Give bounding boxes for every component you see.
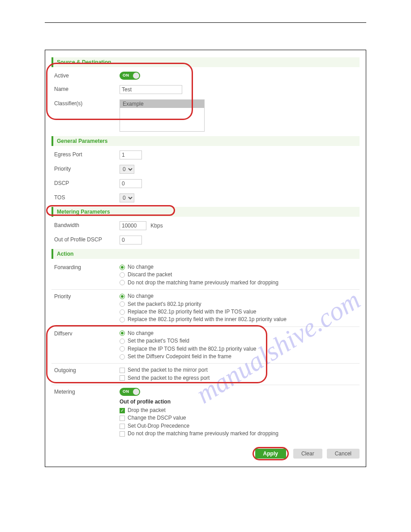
priority-select[interactable]: 0 bbox=[120, 165, 134, 174]
diffserv-opt4: Set the Diffserv Codepoint field in the … bbox=[128, 353, 231, 360]
dscp-label: DSCP bbox=[54, 179, 117, 186]
page-top-rule bbox=[45, 22, 366, 23]
cancel-button[interactable]: Cancel bbox=[327, 449, 360, 459]
diffserv-opt3: Replace the IP TOS field with the 802.1p… bbox=[128, 345, 257, 353]
metering-toggle[interactable]: ON bbox=[120, 388, 140, 396]
out-of-profile-action-title: Out of profile action bbox=[120, 399, 357, 405]
metering-label: Metering bbox=[54, 388, 117, 395]
oop-change-dscp-checkbox[interactable] bbox=[120, 416, 125, 421]
oop-c1: Drop the packet bbox=[128, 407, 166, 414]
section-source-destination: Source & Destination bbox=[51, 57, 360, 67]
oop-c3: Set Out-Drop Precedence bbox=[128, 422, 189, 430]
outgoing-opt2: Send the packet to the egress port bbox=[128, 374, 210, 382]
section-metering-parameters: Metering Parameters bbox=[51, 207, 360, 217]
oop-donotdrop-checkbox[interactable] bbox=[120, 431, 125, 437]
forwarding-no-change-radio[interactable] bbox=[120, 265, 125, 270]
apply-button[interactable]: Apply bbox=[255, 449, 286, 459]
oop-c2: Change the DSCP value bbox=[128, 414, 186, 422]
classifiers-label: Classifier(s) bbox=[54, 99, 117, 107]
priority-replace-iptos-radio[interactable] bbox=[120, 309, 125, 315]
diffserv-opt2: Set the packet's TOS field bbox=[128, 337, 189, 345]
oop-drop-checkbox[interactable]: ✓ bbox=[120, 408, 125, 413]
tos-label: TOS bbox=[54, 193, 117, 201]
active-toggle[interactable]: ON bbox=[120, 72, 140, 80]
oop-outdrop-checkbox[interactable] bbox=[120, 424, 125, 429]
classifier-option[interactable]: Example bbox=[120, 100, 204, 108]
config-screenshot-frame: manualshive.com Source & Destination Act… bbox=[45, 50, 366, 467]
dscp-input[interactable] bbox=[120, 179, 142, 188]
priority-set-8021p-radio[interactable] bbox=[120, 301, 125, 307]
classifiers-listbox[interactable]: Example bbox=[120, 99, 205, 132]
button-row: Apply Clear Cancel bbox=[51, 447, 360, 460]
outgoing-label: Outgoing bbox=[54, 366, 117, 373]
clear-button[interactable]: Clear bbox=[293, 449, 322, 459]
forwarding-discard-radio[interactable] bbox=[120, 272, 125, 278]
out-of-profile-dscp-label: Out of Profile DSCP bbox=[54, 236, 117, 243]
active-label: Active bbox=[54, 72, 117, 79]
name-input[interactable] bbox=[120, 85, 182, 94]
outgoing-egress-checkbox[interactable] bbox=[120, 375, 125, 381]
priority-opt2: Set the packet's 802.1p priority bbox=[128, 300, 201, 308]
priority-replace-inner-radio[interactable] bbox=[120, 317, 125, 322]
forwarding-opt1: No change bbox=[128, 263, 154, 271]
outgoing-mirror-checkbox[interactable] bbox=[120, 368, 125, 373]
forwarding-donotdrop-radio[interactable] bbox=[120, 280, 125, 285]
action-priority-label: Priority bbox=[54, 292, 117, 300]
outgoing-opt1: Send the packet to the mirror port bbox=[128, 366, 208, 374]
diffserv-set-codepoint-radio[interactable] bbox=[120, 354, 125, 360]
forwarding-opt2: Discard the packet bbox=[128, 271, 172, 279]
section-general-parameters: General Parameters bbox=[51, 136, 360, 146]
out-of-profile-dscp-input[interactable] bbox=[120, 236, 142, 245]
diffserv-no-change-radio[interactable] bbox=[120, 330, 125, 336]
bandwidth-unit: Kbps bbox=[150, 223, 163, 229]
section-action: Action bbox=[51, 249, 360, 259]
priority-opt4: Replace the 802.1p priority field with t… bbox=[128, 316, 287, 323]
diffserv-set-tos-radio[interactable] bbox=[120, 339, 125, 344]
name-label: Name bbox=[54, 85, 117, 92]
priority-opt3: Replace the 802.1p priority field with t… bbox=[128, 308, 257, 316]
egress-port-input[interactable] bbox=[120, 150, 142, 159]
diffserv-label: Diffserv bbox=[54, 330, 117, 337]
priority-opt1: No change bbox=[128, 292, 154, 300]
apply-callout-ring: Apply bbox=[253, 447, 289, 460]
diffserv-replace-tos-radio[interactable] bbox=[120, 346, 125, 352]
tos-select[interactable]: 0 bbox=[120, 193, 134, 202]
egress-port-label: Egress Port bbox=[54, 150, 117, 158]
oop-c4: Do not drop the matching frame previousl… bbox=[128, 430, 278, 438]
forwarding-opt3: Do not drop the matching frame previousl… bbox=[128, 279, 278, 287]
bandwidth-label: Bandwidth bbox=[54, 221, 117, 228]
forwarding-label: Forwarding bbox=[54, 263, 117, 270]
diffserv-opt1: No change bbox=[128, 330, 154, 337]
bandwidth-input[interactable] bbox=[120, 221, 146, 230]
priority-no-change-radio[interactable] bbox=[120, 294, 125, 299]
priority-label: Priority bbox=[54, 165, 117, 172]
